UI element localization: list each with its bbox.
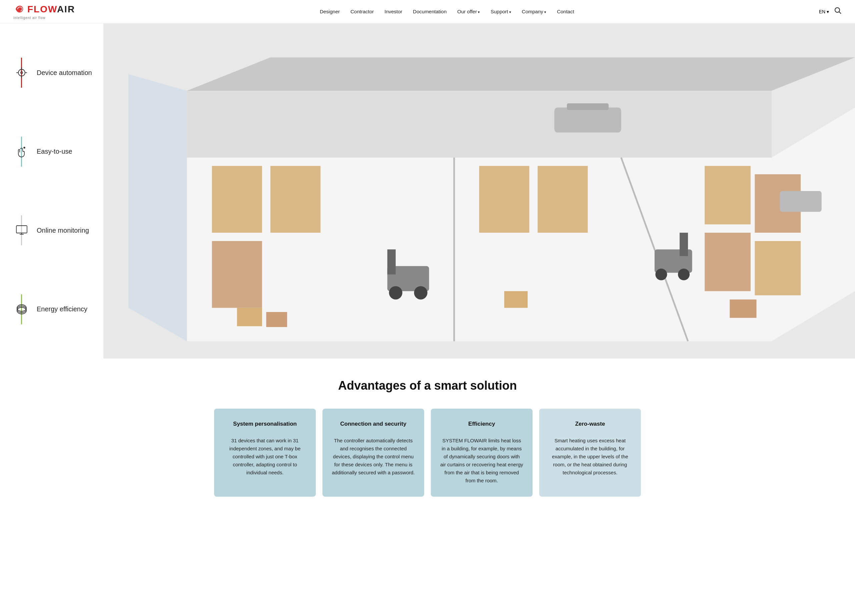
svg-rect-39 xyxy=(554,107,621,132)
advantages-section: Advantages of a smart solution System pe… xyxy=(0,359,855,517)
card-title-2: Efficiency xyxy=(440,421,523,427)
features-sidebar: Device automation Easy-to-use xyxy=(0,23,103,359)
svg-rect-36 xyxy=(680,233,688,256)
svg-rect-44 xyxy=(504,291,527,308)
card-efficiency: Efficiency SYSTEM FLOWAIR limits heat lo… xyxy=(431,409,533,497)
hero-section: Device automation Easy-to-use xyxy=(0,23,855,359)
card-body-1: The controller automatically detects and… xyxy=(332,437,415,477)
svg-point-8 xyxy=(24,147,25,148)
hero-warehouse-image xyxy=(103,23,855,359)
svg-marker-19 xyxy=(129,74,187,341)
feature-label-device-automation: Device automation xyxy=(37,69,92,76)
svg-rect-32 xyxy=(388,249,396,274)
brand-name: FLOWAIR xyxy=(28,4,75,15)
feature-label-energy-efficiency: Energy efficiency xyxy=(37,305,87,313)
card-title-0: System personalisation xyxy=(224,421,306,427)
svg-point-3 xyxy=(21,72,23,74)
nav-item-company[interactable]: Company xyxy=(522,9,546,15)
advantages-title: Advantages of a smart solution xyxy=(13,379,842,393)
feature-device-automation[interactable]: Device automation xyxy=(13,60,97,85)
svg-rect-40 xyxy=(567,103,608,110)
nav-menu: Designer Contractor Investor Documentati… xyxy=(320,9,574,15)
brand-tagline: intelligent air flow xyxy=(13,16,46,20)
nav-item-our-offer[interactable]: Our offer xyxy=(457,9,480,15)
nav-item-designer[interactable]: Designer xyxy=(320,9,340,15)
language-selector[interactable]: EN ▾ xyxy=(819,9,829,14)
card-body-2: SYSTEM FLOWAIR limits heat loss in a bui… xyxy=(440,437,523,485)
svg-marker-17 xyxy=(187,91,771,157)
nav-item-contact[interactable]: Contact xyxy=(557,9,574,15)
svg-rect-30 xyxy=(755,241,801,295)
svg-point-33 xyxy=(389,286,403,299)
feature-energy-efficiency[interactable]: Energy efficiency xyxy=(13,297,97,322)
card-connection-security: Connection and security The controller a… xyxy=(322,409,424,497)
svg-rect-45 xyxy=(729,299,756,318)
svg-point-38 xyxy=(678,269,690,280)
svg-line-1 xyxy=(839,12,841,14)
feature-label-online-monitoring: Online monitoring xyxy=(37,227,89,234)
svg-marker-18 xyxy=(187,57,855,91)
feature-easy-to-use[interactable]: Easy-to-use xyxy=(13,139,97,164)
svg-rect-41 xyxy=(780,191,822,212)
svg-point-2 xyxy=(18,69,25,76)
svg-rect-26 xyxy=(538,166,588,233)
nav-item-documentation[interactable]: Documentation xyxy=(413,9,446,15)
svg-rect-29 xyxy=(705,233,751,291)
svg-rect-22 xyxy=(212,166,262,233)
svg-rect-25 xyxy=(479,166,529,233)
svg-rect-23 xyxy=(270,166,320,233)
feature-online-monitoring[interactable]: Online monitoring xyxy=(13,218,97,243)
search-button[interactable] xyxy=(834,7,842,16)
logo[interactable]: FLOWAIR intelligent air flow xyxy=(13,3,75,20)
card-body-0: 31 devices that can work in 31 independe… xyxy=(224,437,306,477)
card-body-3: Smart heating uses excess heat accumulat… xyxy=(549,437,631,477)
card-system-personalisation: System personalisation 31 devices that c… xyxy=(214,409,316,497)
svg-point-0 xyxy=(835,8,840,12)
card-title-3: Zero-waste xyxy=(549,421,631,427)
svg-point-37 xyxy=(655,269,667,280)
nav-item-contractor[interactable]: Contractor xyxy=(351,9,374,15)
svg-rect-27 xyxy=(705,166,751,224)
svg-point-13 xyxy=(17,306,26,313)
card-zero-waste: Zero-waste Smart heating uses excess hea… xyxy=(539,409,641,497)
feature-label-easy-to-use: Easy-to-use xyxy=(37,148,72,155)
navbar: FLOWAIR intelligent air flow Designer Co… xyxy=(0,0,855,23)
advantages-cards-grid: System personalisation 31 devices that c… xyxy=(214,409,641,497)
svg-rect-42 xyxy=(237,308,262,326)
nav-item-support[interactable]: Support xyxy=(490,9,511,15)
card-title-1: Connection and security xyxy=(332,421,415,427)
nav-item-investor[interactable]: Investor xyxy=(385,9,402,15)
svg-point-34 xyxy=(414,286,428,299)
svg-rect-43 xyxy=(266,312,287,327)
svg-rect-9 xyxy=(16,226,27,233)
svg-rect-24 xyxy=(212,241,262,308)
